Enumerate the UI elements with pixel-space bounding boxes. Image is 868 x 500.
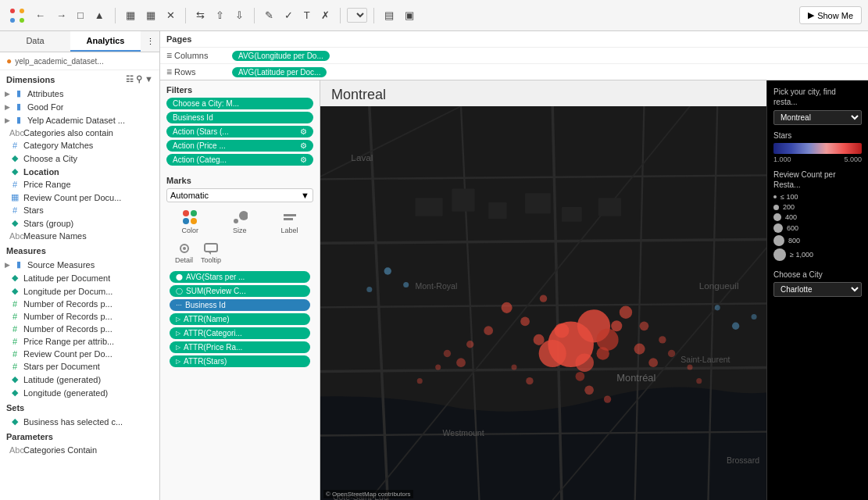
meas-lat-gen[interactable]: ◆ Latitude (generated)	[0, 373, 159, 386]
marks-detail-btn[interactable]: Detail	[173, 240, 195, 266]
panel-menu-btn[interactable]: ⋮	[141, 31, 159, 52]
columns-pill[interactable]: AVG(Longitude per Do...	[232, 51, 330, 61]
show-me-icon: ▶	[808, 10, 814, 20]
forward-btn[interactable]: →	[52, 7, 70, 23]
dimensions-search-icon[interactable]: ⚲	[136, 74, 142, 84]
meas-num1[interactable]: # Number of Records p...	[0, 298, 159, 310]
filter-business-id[interactable]: Business Id	[166, 112, 313, 123]
sort-asc-btn[interactable]: ⇧	[212, 7, 228, 23]
svg-point-68	[688, 365, 693, 370]
filter-action-price[interactable]: Action (Price ... ⚙	[166, 140, 313, 152]
svg-point-2	[10, 18, 15, 23]
view-select[interactable]	[347, 8, 367, 23]
back-btn[interactable]: ←	[31, 7, 49, 23]
marks-label-btn[interactable]: Label	[279, 207, 301, 237]
meas-price-range[interactable]: # Price Range per attrib...	[0, 335, 159, 348]
dim-yelp-dataset[interactable]: ▶ ▮ Yelp Academic Dataset ...	[0, 113, 159, 127]
meas-lon-gen[interactable]: ◆ Longitude (generated)	[0, 386, 159, 399]
map-background: Laval Longueuil Montréal Mont-Royal Sain…	[320, 106, 766, 500]
mark-pill-review[interactable]: ◯ SUM(Review C...	[170, 285, 310, 297]
tab-data[interactable]: Data	[0, 31, 70, 52]
map-container[interactable]: Laval Longueuil Montréal Mont-Royal Sain…	[320, 106, 766, 500]
meas-lon[interactable]: ◆ Longitude per Docum...	[0, 284, 159, 298]
folder-icon: ▮	[13, 102, 24, 112]
rows-pill[interactable]: AVG(Latitude per Doc...	[232, 67, 327, 77]
svg-point-55	[520, 317, 530, 327]
tab-analytics[interactable]: Analytics	[70, 31, 141, 52]
dim-attributes[interactable]: ▶ ▮ Attributes	[0, 87, 159, 100]
dropdown-arrow: ▼	[301, 191, 309, 200]
svg-point-13	[183, 247, 186, 250]
chart-icon: ▦	[9, 192, 20, 202]
mark-pill-name[interactable]: ▷ ATTR(Name)	[170, 313, 310, 325]
sep2	[185, 8, 186, 23]
mark-pill-stars[interactable]: ⬤ AVG(Stars per ...	[170, 271, 310, 283]
meas-num3[interactable]: # Number of Records p...	[0, 323, 159, 335]
detail-icon	[177, 242, 192, 255]
device-btn[interactable]: ▣	[401, 7, 418, 23]
svg-point-73	[526, 377, 533, 384]
mark-pill-categori[interactable]: ▷ ATTR(Categori...	[170, 327, 310, 339]
svg-point-61	[466, 341, 473, 348]
measures-label: Measures	[6, 246, 46, 255]
dim-measure-names[interactable]: Abc Measure Names	[0, 230, 159, 242]
label-btn[interactable]: T	[300, 7, 314, 23]
meas-num2[interactable]: # Number of Records p...	[0, 310, 159, 323]
pages-row: Pages	[160, 31, 868, 48]
set-business[interactable]: ◆ Business has selected c...	[0, 415, 159, 428]
dimensions-menu-icon[interactable]: ▼	[145, 74, 153, 84]
columns-icon: ≡	[166, 50, 172, 61]
format-btn[interactable]: ✗	[317, 7, 334, 23]
swap-btn[interactable]: ⇆	[192, 7, 209, 23]
dim-price-range[interactable]: # Price Range	[0, 178, 159, 191]
mark-pill-stars-attr[interactable]: ▷ ATTR(Stars)	[170, 355, 310, 367]
marks-color-btn[interactable]: Color	[179, 207, 201, 237]
svg-point-47	[596, 329, 618, 351]
mark-pill-business[interactable]: ⋯ Business Id	[170, 299, 310, 311]
city-select-dropdown[interactable]: Charlotte	[773, 282, 862, 297]
filter-choose-city[interactable]: Choose a City: M...	[166, 98, 313, 109]
mark-pill-price[interactable]: ▷ ATTR(Price Ra...	[170, 341, 310, 353]
meas-review[interactable]: # Review Count per Do...	[0, 348, 159, 360]
svg-point-7	[191, 218, 197, 224]
tooltip-icon	[203, 242, 219, 255]
size-items: ≤ 100 200 400	[773, 193, 862, 261]
dim-stars-group[interactable]: ◆ Stars (group)	[0, 216, 159, 230]
dim-stars[interactable]: # Stars	[0, 204, 159, 216]
marks-type-label: Automatic	[170, 191, 209, 200]
dimensions-grid-icon[interactable]: ☷	[126, 74, 134, 84]
filter-action-stars[interactable]: Action (Stars (... ⚙	[166, 126, 313, 138]
clear-btn[interactable]: ✕	[163, 7, 179, 23]
dim-good-for[interactable]: ▶ ▮ Good For	[0, 100, 159, 113]
annotate-btn[interactable]: ✎	[261, 7, 277, 23]
marks-tooltip-btn[interactable]: Tooltip	[198, 240, 223, 266]
marks-size-btn[interactable]: Size	[230, 207, 250, 237]
svg-point-4	[183, 210, 189, 216]
legend-min: 1.000	[773, 155, 791, 163]
city-dropdown[interactable]: Montreal	[773, 110, 862, 125]
marks-type-dropdown[interactable]: Automatic ▼	[166, 188, 313, 202]
chart-btn[interactable]: ▦	[122, 7, 139, 23]
show-me-button[interactable]: ▶ Show Me	[799, 6, 862, 24]
dim-category-matches[interactable]: # Category Matches	[0, 139, 159, 152]
duplicate-btn[interactable]: ▦	[142, 7, 159, 23]
filter-action-categ[interactable]: Action (Categ... ⚙	[166, 154, 313, 166]
highlight-btn[interactable]: ✓	[280, 7, 297, 23]
city-select-section: Choose a City Charlotte	[773, 270, 862, 297]
rows-label: ≡ Rows	[166, 66, 229, 77]
dim-review-count[interactable]: ▦ Review Count per Docu...	[0, 191, 159, 204]
sort-desc-btn[interactable]: ⇩	[231, 7, 248, 23]
svg-rect-31	[452, 188, 474, 211]
dim-categories-contain[interactable]: Abc Categories also contain	[0, 127, 159, 139]
meas-lat[interactable]: ◆ Latitude per Document	[0, 271, 159, 284]
save-btn[interactable]: ▲	[91, 7, 109, 23]
review-count-legend: Review Count per Resta... ≤ 100 200	[773, 170, 862, 261]
meas-stars-doc[interactable]: # Stars per Document	[0, 360, 159, 373]
dim-location[interactable]: ◆ Location	[0, 165, 159, 178]
layout-btn[interactable]: ▤	[380, 7, 398, 23]
geo-icon: ◆	[9, 286, 20, 296]
meas-source[interactable]: ▶ ▮ Source Measures	[0, 258, 159, 271]
dim-choose-city[interactable]: ◆ Choose a City	[0, 152, 159, 165]
home-btn[interactable]: □	[73, 7, 88, 23]
param-categories[interactable]: Abc Categories Contain	[0, 444, 159, 456]
